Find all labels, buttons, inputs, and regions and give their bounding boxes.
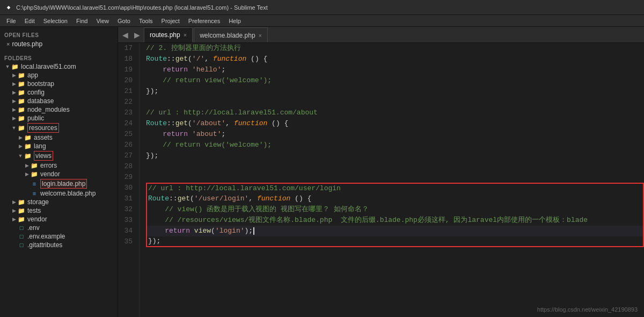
- arrow-icon: ▶: [11, 208, 17, 213]
- menu-item-selection[interactable]: Selection: [39, 15, 72, 27]
- code-text: (: [190, 193, 194, 204]
- code-text: () {: [246, 54, 267, 64]
- tree-item-database[interactable]: ▶ 📁 database: [4, 97, 118, 105]
- tab-routes-php[interactable]: routes.php ×: [144, 27, 193, 42]
- code-text: // return view('welcome');: [146, 75, 272, 86]
- code-text: // 2. 控制器里面的方法执行: [146, 43, 241, 54]
- tree-item-resources[interactable]: ▼ 📁 resources: [4, 123, 118, 133]
- code-line-23: // url : http://local.laravel51.com/abou…: [146, 107, 644, 118]
- open-file-item[interactable]: × routes.php: [4, 39, 118, 49]
- tree-item-lang[interactable]: ▶ 📁 lang: [4, 142, 118, 150]
- open-files-label: OPEN FILES: [4, 30, 118, 39]
- menu-item-find[interactable]: Find: [72, 15, 92, 27]
- tab-close-icon[interactable]: ×: [259, 32, 262, 39]
- file-icon: □: [17, 225, 26, 231]
- line-num: 18: [118, 54, 135, 64]
- code-text: view: [194, 226, 211, 236]
- code-text: return: [163, 129, 188, 140]
- arrow-icon: ▶: [11, 217, 17, 222]
- code-text: [146, 129, 163, 140]
- tab-nav-left[interactable]: ◀: [120, 27, 130, 42]
- tree-label: views: [34, 151, 53, 161]
- code-editor[interactable]: 17 18 19 20 21 22 23 24 25 26 27 28 29 3…: [118, 43, 644, 317]
- tree-label: app: [27, 71, 38, 79]
- tree-item-env-example[interactable]: □ .env.example: [4, 232, 118, 241]
- menu-bar: FileEditSelectionFindViewGotoToolsProjec…: [0, 15, 644, 27]
- code-text: (: [188, 54, 192, 64]
- tab-nav-right[interactable]: ▶: [132, 27, 142, 42]
- tab-welcome-blade[interactable]: welcome.blade.php ×: [194, 27, 268, 42]
- menu-item-edit[interactable]: Edit: [20, 15, 39, 27]
- code-text: // view() 函数是用于载入视图的 视图写在哪里？ 如何命名？: [148, 204, 369, 215]
- code-text: ::: [167, 54, 175, 64]
- code-text: [146, 172, 150, 183]
- code-text: [188, 129, 192, 140]
- code-text: get: [175, 54, 188, 64]
- menu-item-help[interactable]: Help: [224, 15, 245, 27]
- code-line-19: return 'hello';: [146, 64, 644, 75]
- menu-item-preferences[interactable]: Preferences: [184, 15, 224, 27]
- tree-item-root[interactable]: ▼ 📁 local.laravel51.com: [4, 62, 118, 71]
- file-icon: □: [17, 242, 26, 248]
- tab-bar: ◀ ▶ routes.php × welcome.blade.php ×: [118, 27, 644, 43]
- line-num: 21: [118, 86, 135, 97]
- code-line-21: });: [146, 86, 644, 97]
- tree-item-app[interactable]: ▶ 📁 app: [4, 71, 118, 80]
- code-text: [146, 97, 150, 107]
- menu-item-file[interactable]: File: [2, 15, 20, 27]
- code-text: '/about': [192, 118, 225, 129]
- line-num: 30: [118, 183, 135, 193]
- tree-item-login-blade[interactable]: ≡ login.blade.php: [4, 178, 118, 189]
- tree-item-storage[interactable]: ▶ 📁 storage: [4, 198, 118, 206]
- arrow-icon: ▶: [11, 90, 17, 95]
- line-num: 27: [118, 150, 135, 161]
- folder-icon: 📁: [30, 162, 39, 169]
- code-text: // url : http://local.laravel51.com/user…: [148, 183, 341, 194]
- code-line-28: [146, 161, 644, 172]
- line-num: 28: [118, 161, 135, 172]
- tab-label: welcome.blade.php: [200, 32, 255, 39]
- code-text: });: [146, 150, 158, 161]
- tree-item-gitattributes[interactable]: □ .gitattributes: [4, 241, 118, 249]
- code-text: ,: [248, 193, 257, 204]
- code-text: [146, 161, 150, 172]
- arrow-icon: ▶: [24, 171, 30, 177]
- tab-close-icon[interactable]: ×: [184, 32, 187, 38]
- tree-item-welcome-blade[interactable]: ≡ welcome.blade.php: [4, 189, 118, 198]
- tree-item-views-vendor[interactable]: ▶ 📁 vendor: [4, 170, 118, 178]
- tree-item-bootstrap[interactable]: ▶ 📁 bootstrap: [4, 80, 118, 88]
- tree-item-views[interactable]: ▼ 📁 views: [4, 150, 118, 161]
- menu-item-goto[interactable]: Goto: [113, 15, 135, 27]
- code-line-22: [146, 97, 644, 107]
- menu-item-project[interactable]: Project: [157, 15, 184, 27]
- title-bar: ◆ C:\phpStudy\WWW\local.laravel51.com\ap…: [0, 0, 644, 15]
- code-line-17: // 2. 控制器里面的方法执行: [146, 43, 644, 54]
- code-line-20: // return view('welcome');: [146, 75, 644, 86]
- tree-item-config[interactable]: ▶ 📁 config: [4, 88, 118, 97]
- open-file-name: routes.php: [12, 40, 42, 48]
- tree-item-vendor[interactable]: ▶ 📁 vendor: [4, 215, 118, 224]
- main-layout: OPEN FILES × routes.php FOLDERS ▼ 📁 loca…: [0, 27, 644, 317]
- tree-item-tests[interactable]: ▶ 📁 tests: [4, 206, 118, 215]
- code-text: Route: [146, 54, 167, 64]
- tree-item-assets[interactable]: ▶ 📁 assets: [4, 133, 118, 142]
- tree-item-node-modules[interactable]: ▶ 📁 node_modules: [4, 105, 118, 114]
- line-num: 22: [118, 97, 135, 107]
- arrow-icon: ▶: [11, 73, 17, 78]
- window-title: C:\phpStudy\WWW\local.laravel51.com\app\…: [16, 4, 268, 11]
- tree-label: vendor: [40, 170, 60, 178]
- code-text: 'hello': [192, 64, 222, 75]
- code-line-30: // url : http://local.laravel51.com/user…: [146, 183, 644, 193]
- tree-item-errors[interactable]: ▶ 📁 errors: [4, 161, 118, 170]
- tree-label: login.blade.php: [40, 179, 87, 189]
- folder-icon: 📁: [24, 153, 32, 160]
- tree-item-public[interactable]: ▶ 📁 public: [4, 114, 118, 123]
- tree-label: public: [27, 114, 44, 122]
- menu-item-tools[interactable]: Tools: [135, 15, 157, 27]
- tree-label: .env.example: [27, 233, 65, 240]
- code-line-27: });: [146, 150, 644, 161]
- tree-label: tests: [27, 207, 41, 214]
- tree-item-env[interactable]: □ .env: [4, 224, 118, 232]
- close-icon[interactable]: ×: [6, 41, 10, 47]
- menu-item-view[interactable]: View: [92, 15, 113, 27]
